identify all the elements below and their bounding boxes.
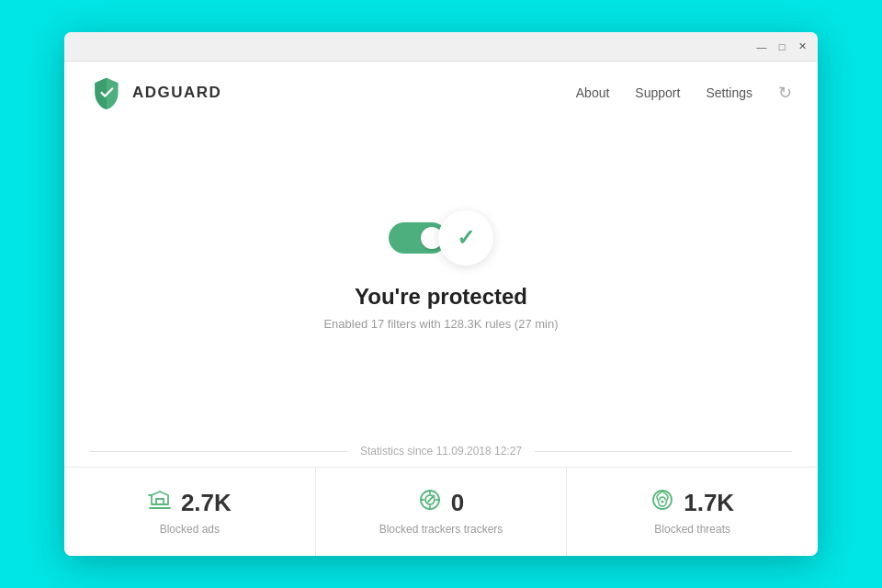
protection-status-subtitle: Enabled 17 filters with 128.3K rules (27…	[323, 317, 558, 331]
refresh-icon: ↻	[778, 83, 792, 103]
stat-item-ads: 2.7K Blocked ads	[64, 468, 316, 556]
header: ADGUARD About Support Settings ↻	[64, 62, 818, 124]
settings-nav-link[interactable]: Settings	[706, 85, 752, 100]
svg-point-4	[662, 501, 664, 503]
stats-divider: Statistics since 11.09.2018 12:27	[64, 445, 818, 458]
maximize-button[interactable]: □	[774, 39, 790, 55]
divider-line-right	[535, 451, 792, 452]
stats-since-label: Statistics since 11.09.2018 12:27	[347, 445, 535, 458]
stat-item-trackers: 0 Blocked trackers trackers	[316, 468, 568, 556]
stat-row-threats: 1.7K	[650, 488, 734, 517]
divider-line-left	[90, 451, 347, 452]
window-controls: — □ ✕	[753, 39, 810, 55]
blocked-ads-label: Blocked ads	[160, 523, 220, 536]
main-content: ADGUARD About Support Settings ↻ ✓	[64, 62, 818, 556]
support-nav-link[interactable]: Support	[635, 85, 680, 100]
title-bar: — □ ✕	[64, 32, 818, 62]
blocked-trackers-icon	[418, 488, 442, 517]
svg-point-2	[432, 495, 435, 498]
protected-section: ✓ You're protected Enabled 17 filters wi…	[64, 124, 818, 435]
logo-area: ADGUARD	[90, 76, 221, 109]
check-circle: ✓	[438, 210, 493, 266]
blocked-threats-label: Blocked threats	[654, 523, 730, 536]
logo-shield-icon	[90, 76, 123, 109]
about-nav-link[interactable]: About	[576, 85, 610, 100]
stat-row-ads: 2.7K	[148, 488, 232, 517]
blocked-trackers-value: 0	[451, 489, 464, 517]
blocked-ads-icon	[148, 488, 172, 517]
blocked-threats-value: 1.7K	[684, 489, 734, 517]
stats-section: 2.7K Blocked ads 0	[64, 467, 818, 556]
app-window: — □ ✕ ADGUARD About Support Settings	[64, 32, 818, 556]
refresh-button[interactable]: ↻	[778, 83, 792, 103]
close-button[interactable]: ✕	[794, 39, 810, 55]
minimize-button[interactable]: —	[753, 39, 770, 55]
stat-row-trackers: 0	[418, 488, 464, 517]
blocked-trackers-label: Blocked trackers trackers	[379, 523, 503, 536]
protection-toggle-visual: ✓	[389, 210, 493, 266]
blocked-threats-icon	[650, 488, 674, 517]
checkmark-icon: ✓	[457, 225, 475, 251]
main-nav: About Support Settings ↻	[576, 83, 792, 103]
protection-status-title: You're protected	[355, 284, 527, 310]
logo-text: ADGUARD	[132, 84, 221, 102]
blocked-ads-value: 2.7K	[181, 489, 232, 517]
stat-item-threats: 1.7K Blocked threats	[567, 468, 818, 556]
